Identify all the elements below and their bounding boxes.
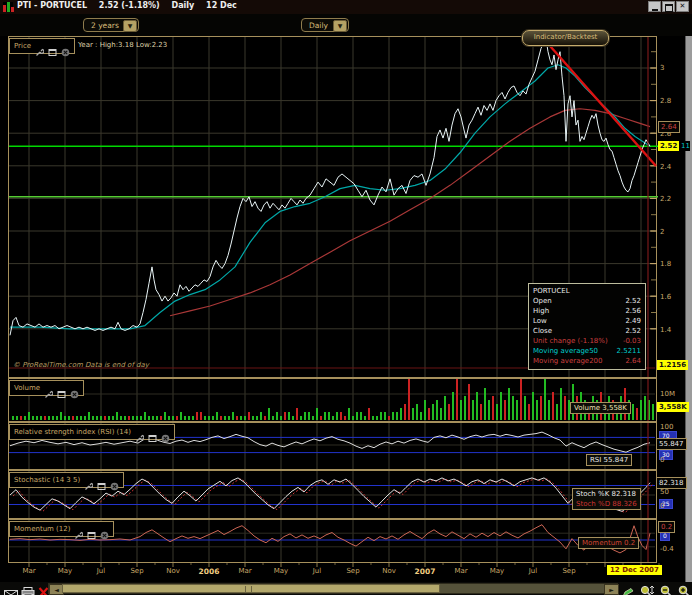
rsi-y-axis-label: 0 [660,456,664,464]
x-axis-label: Mar [448,567,474,575]
title-bar: PTI - PORTUCEL 2.52 (-1.18%) Daily 12 De… [0,0,692,14]
last-price-axis-box: 2.52 [658,141,679,151]
momentum-panel-label: Momentum (12) [14,525,70,533]
close-panel-icon[interactable] [100,525,109,534]
volume-panel-label: Volume [14,384,40,392]
info-row-label: Low [533,316,547,326]
app-window: PTI - PORTUCEL 2.52 (-1.18%) Daily 12 De… [0,0,692,595]
close-panel-icon[interactable] [61,42,70,51]
x-axis-label: Jul [304,567,330,575]
chevron-down-icon[interactable]: ▼ [123,20,137,32]
copyright-text: © ProRealTime.com Data is end of day [13,361,149,369]
info-row: Moving average2002.64 [533,356,641,366]
wrench-icon[interactable] [35,42,44,51]
info-row-value: 2.64 [625,356,641,366]
stoch-d-tooltip-line: Stoch %D 88.326 [576,499,637,509]
info-row-value: 2.49 [625,316,641,326]
price-y-axis-label: 2.4 [660,163,671,171]
period-dropdown-value: Daily [309,21,328,30]
info-row-value: -0.03 [623,336,641,346]
stochastic-panel-label: Stochastic (14 3 5) [14,476,80,484]
x-axis-label: May [52,567,78,575]
wrench-icon[interactable] [135,428,144,437]
wrench-icon[interactable] [74,525,83,534]
rsi-tooltip: RSI 55.847 [586,454,632,466]
toolbar: 2 years ▼ Daily ▼ Indicator/Backtest [0,14,692,36]
info-row: Low2.49 [533,316,641,326]
info-row-label: Open [533,296,552,306]
restore-window-icon[interactable] [97,476,106,485]
momentum-y-axis-label: -0.4 [660,545,674,553]
close-panel-icon[interactable] [70,384,79,393]
price-y-axis-label: 1.6 [660,293,671,301]
price-y-axis-label: 1.4 [660,326,671,334]
stoch-k-tooltip-line: Stoch %K 82.318 [576,489,637,499]
restore-window-icon[interactable] [87,525,96,534]
title-symbol: PTI - PORTUCEL [17,1,87,10]
x-axis-label: Nov [160,567,186,575]
price-y-axis-label: 2 [660,228,664,236]
info-row: High2.56 [533,306,641,316]
info-row: Close2.52 [533,326,641,336]
zoom-in-icon[interactable] [677,582,691,595]
zoom-pan-icon[interactable] [638,582,655,595]
x-axis-label: Jul [88,567,114,575]
info-title-row: PORTUCEL [533,286,641,296]
mail-icon[interactable] [4,584,18,595]
restore-window-icon[interactable] [48,42,57,51]
volume-tooltip: Volume 3,558K [570,402,631,414]
zoom-out-icon[interactable] [659,582,673,595]
stochastic-panel-header: Stochastic (14 3 5) [9,472,124,488]
restore-window-icon[interactable] [148,428,157,437]
price-panel-label: Price [14,42,31,50]
minimize-button[interactable] [648,1,661,12]
stoch-y-axis-label: 50 [660,488,669,496]
chevron-down-icon[interactable]: ▼ [333,20,347,32]
wrench-icon[interactable] [84,476,93,485]
maximize-button[interactable] [662,1,675,12]
app-logo-icon [3,2,13,12]
x-axis-label: Sep [556,567,582,575]
scroll-right-button[interactable]: ► [604,584,619,595]
close-panel-icon[interactable] [161,428,170,437]
wrench-icon[interactable] [44,384,53,393]
ma50-axis-box-tail: 11 [681,141,690,151]
rsi-panel-label: Relative strength index (RSI) (14) [14,428,131,436]
info-row-label: Close [533,326,552,336]
price-y-axis-label: 1.8 [660,260,671,268]
x-axis-label: Mar [16,567,42,575]
x-axis-label: 2006 [196,567,222,576]
rsi-y-axis-label: 100 [660,423,673,431]
scrollbar-grip [245,586,252,592]
momentum-tooltip: Momentum 0.2 [578,537,639,549]
range-dropdown-value: 2 years [91,21,119,30]
x-axis-label: May [484,567,510,575]
close-button[interactable]: ✕ [676,1,689,12]
period-dropdown[interactable]: Daily ▼ [301,18,349,32]
price-year-summary: Year : High:3.18 Low:2.23 [78,41,167,49]
x-axis-label: May [268,567,294,575]
close-panel-icon[interactable] [110,476,119,485]
restore-window-icon[interactable] [57,384,66,393]
info-row-value: 2.52 [625,296,641,306]
info-row: Open2.52 [533,296,641,306]
x-axis-label: Mar [232,567,258,575]
info-row-value: 2.52 [625,326,641,336]
x-axis-label: 2007 [412,567,438,576]
range-dropdown[interactable]: 2 years ▼ [83,18,139,32]
horizontal-scrollbar[interactable]: ◄ ► [48,583,618,594]
lower-level-axis-box: 1.2156 [657,360,688,370]
printer-icon[interactable] [21,583,35,595]
price-panel-header: Price [9,38,75,54]
info-row-value: 2.5211 [617,346,642,356]
status-bar: ◄ ► [0,582,692,595]
window-right-edge[interactable] [685,14,692,582]
rsi-value-axis-box: 55.847 [656,438,687,450]
info-row-label: High [533,306,549,316]
info-row-label: Moving average200 [533,356,603,366]
info-row-label: Moving average50 [533,346,598,356]
scrollbar-thumb[interactable] [62,584,440,593]
stochastic-tooltip: Stoch %K 82.318 Stoch %D 88.326 [572,488,641,510]
draw-pencil-icon[interactable] [621,583,635,595]
indicator-backtest-button[interactable]: Indicator/Backtest [522,30,609,46]
